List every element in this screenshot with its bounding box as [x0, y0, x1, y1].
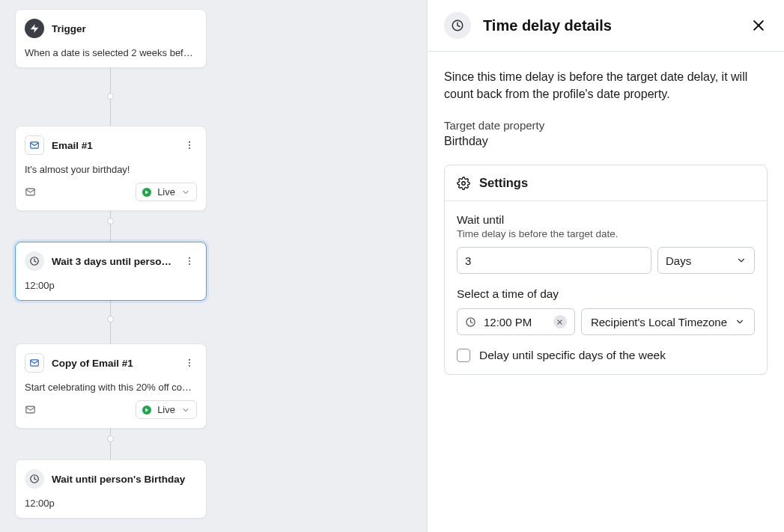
kebab-icon[interactable] [182, 138, 197, 153]
wait-help: Time delay is before the target date. [457, 228, 755, 239]
chevron-down-icon [735, 317, 745, 327]
timezone-value: Recipient's Local Timezone [591, 316, 727, 328]
trigger-desc: When a date is selected 2 weeks before p… [25, 47, 197, 58]
kebab-icon[interactable] [182, 355, 197, 370]
wait3-title: Wait 3 days until person's… [52, 256, 174, 267]
svg-point-14 [189, 365, 190, 367]
details-panel: Time delay details Since this time delay… [427, 0, 784, 532]
wait-label: Wait until [457, 213, 755, 227]
panel-title: Time delay details [483, 17, 738, 34]
mail-icon [25, 353, 44, 373]
play-icon [142, 406, 151, 415]
status-text: Live [157, 404, 175, 415]
svg-marker-0 [31, 24, 39, 33]
mail-outline-icon [25, 186, 36, 198]
timezone-select[interactable]: Recipient's Local Timezone [581, 308, 755, 335]
status-text: Live [157, 186, 175, 198]
wait3-card[interactable]: Wait 3 days until person's… 12:00p [15, 242, 207, 301]
chevron-down-icon [181, 406, 190, 415]
svg-point-4 [189, 147, 190, 149]
svg-marker-6 [145, 190, 148, 194]
kebab-icon[interactable] [182, 254, 197, 269]
status-selector[interactable]: Live [136, 400, 197, 419]
mail-icon [25, 135, 44, 155]
email2-desc: Start celebrating with this 20% off coup… [25, 382, 197, 393]
clock-icon [444, 12, 471, 39]
delay-days-label: Delay until specific days of the week [479, 349, 666, 362]
email1-title: Email #1 [52, 140, 174, 151]
clock-icon [25, 251, 44, 271]
time-input[interactable]: 12:00 PM [457, 308, 575, 335]
email2-title: Copy of Email #1 [52, 358, 174, 369]
clock-icon [465, 317, 476, 328]
svg-point-10 [189, 263, 190, 265]
target-value: Birthday [444, 135, 768, 148]
wait-unit-select[interactable]: Days [657, 247, 755, 274]
bolt-icon [25, 19, 44, 38]
close-icon[interactable] [750, 16, 768, 34]
status-selector[interactable]: Live [136, 183, 197, 201]
trigger-title: Trigger [52, 23, 197, 34]
svg-marker-16 [145, 408, 148, 412]
target-label: Target date property [444, 119, 768, 132]
panel-intro: Since this time delay is before the targ… [444, 68, 768, 103]
mail-outline-icon [25, 404, 36, 415]
email1-desc: It's almost your birthday! [25, 164, 197, 175]
time-label: Select a time of day [457, 287, 755, 301]
settings-title: Settings [479, 176, 528, 190]
svg-point-21 [462, 182, 466, 186]
svg-point-8 [189, 257, 190, 259]
svg-point-2 [189, 141, 190, 143]
wait-unit-value: Days [666, 254, 691, 267]
clock-icon [25, 469, 44, 489]
wait-bday-title: Wait until person's Birthday [52, 474, 197, 485]
svg-point-12 [189, 359, 190, 361]
wait-bday-card[interactable]: Wait until person's Birthday 12:00p [15, 459, 207, 519]
email2-card[interactable]: Copy of Email #1 Start celebrating with … [15, 343, 207, 429]
settings-box: Settings Wait until Time delay is before… [444, 165, 768, 375]
clear-icon[interactable] [553, 315, 567, 328]
wait3-time: 12:00p [25, 280, 197, 291]
svg-point-3 [189, 144, 190, 146]
gear-icon [457, 177, 470, 190]
svg-point-13 [189, 362, 190, 364]
chevron-down-icon [736, 255, 747, 266]
play-icon [142, 188, 151, 197]
chevron-down-icon [181, 188, 190, 197]
wait-value-input[interactable] [457, 247, 651, 274]
delay-days-checkbox[interactable] [457, 349, 470, 362]
wait-bday-time: 12:00p [25, 498, 197, 509]
time-value: 12:00 PM [484, 316, 546, 328]
email1-card[interactable]: Email #1 It's almost your birthday! Live [15, 126, 207, 211]
svg-point-9 [189, 260, 190, 262]
trigger-card[interactable]: Trigger When a date is selected 2 weeks … [15, 9, 207, 68]
